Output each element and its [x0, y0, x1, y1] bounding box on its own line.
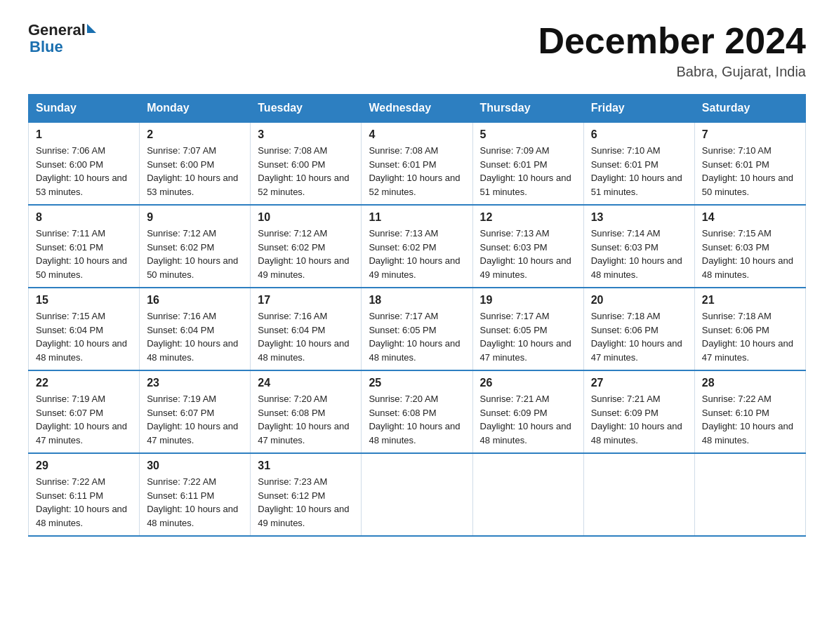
day-info: Sunrise: 7:18 AMSunset: 6:06 PMDaylight:…: [591, 311, 682, 363]
day-number: 18: [369, 294, 465, 307]
day-number: 2: [147, 128, 243, 141]
day-info: Sunrise: 7:07 AMSunset: 6:00 PMDaylight:…: [147, 145, 238, 197]
day-number: 15: [36, 294, 132, 307]
day-number: 25: [369, 377, 465, 389]
day-info: Sunrise: 7:20 AMSunset: 6:08 PMDaylight:…: [369, 394, 460, 445]
day-number: 29: [36, 459, 132, 472]
calendar-cell: [472, 453, 583, 536]
day-info: Sunrise: 7:21 AMSunset: 6:09 PMDaylight:…: [480, 394, 571, 445]
day-number: 23: [147, 377, 243, 389]
day-info: Sunrise: 7:10 AMSunset: 6:01 PMDaylight:…: [591, 145, 682, 197]
calendar-cell: 10Sunrise: 7:12 AMSunset: 6:02 PMDayligh…: [251, 205, 362, 288]
day-number: 16: [147, 294, 243, 307]
calendar-week-row: 22Sunrise: 7:19 AMSunset: 6:07 PMDayligh…: [29, 370, 806, 453]
calendar-cell: 7Sunrise: 7:10 AMSunset: 6:01 PMDaylight…: [694, 122, 805, 205]
calendar-table: SundayMondayTuesdayWednesdayThursdayFrid…: [28, 94, 806, 537]
calendar-cell: 4Sunrise: 7:08 AMSunset: 6:01 PMDaylight…: [362, 122, 472, 205]
col-header-saturday: Saturday: [694, 95, 805, 123]
day-number: 3: [258, 128, 354, 141]
calendar-cell: 5Sunrise: 7:09 AMSunset: 6:01 PMDaylight…: [472, 122, 583, 205]
calendar-cell: 14Sunrise: 7:15 AMSunset: 6:03 PMDayligh…: [694, 205, 805, 288]
day-number: 7: [702, 128, 798, 141]
calendar-cell: 8Sunrise: 7:11 AMSunset: 6:01 PMDaylight…: [29, 205, 140, 288]
day-info: Sunrise: 7:13 AMSunset: 6:02 PMDaylight:…: [369, 228, 460, 280]
day-number: 20: [591, 294, 687, 307]
col-header-monday: Monday: [140, 95, 251, 123]
day-number: 19: [480, 294, 576, 307]
calendar-cell: 17Sunrise: 7:16 AMSunset: 6:04 PMDayligh…: [251, 288, 362, 370]
day-number: 21: [702, 294, 798, 307]
page-header: General Blue December 2024 Babra, Gujara…: [28, 21, 806, 80]
day-number: 4: [369, 128, 465, 141]
calendar-cell: 11Sunrise: 7:13 AMSunset: 6:02 PMDayligh…: [362, 205, 472, 288]
day-info: Sunrise: 7:11 AMSunset: 6:01 PMDaylight:…: [36, 228, 127, 280]
day-number: 10: [258, 211, 354, 224]
logo: General Blue: [28, 21, 96, 56]
calendar-cell: [694, 453, 805, 536]
calendar-cell: 16Sunrise: 7:16 AMSunset: 6:04 PMDayligh…: [140, 288, 251, 370]
calendar-cell: 25Sunrise: 7:20 AMSunset: 6:08 PMDayligh…: [362, 370, 472, 453]
calendar-header-row: SundayMondayTuesdayWednesdayThursdayFrid…: [29, 95, 806, 123]
day-info: Sunrise: 7:08 AMSunset: 6:01 PMDaylight:…: [369, 145, 460, 197]
day-number: 31: [258, 459, 354, 472]
day-info: Sunrise: 7:16 AMSunset: 6:04 PMDaylight:…: [147, 311, 238, 363]
day-info: Sunrise: 7:15 AMSunset: 6:03 PMDaylight:…: [702, 228, 793, 280]
day-number: 22: [36, 377, 132, 389]
calendar-cell: 2Sunrise: 7:07 AMSunset: 6:00 PMDaylight…: [140, 122, 251, 205]
calendar-cell: 22Sunrise: 7:19 AMSunset: 6:07 PMDayligh…: [29, 370, 140, 453]
day-number: 30: [147, 459, 243, 472]
calendar-cell: 15Sunrise: 7:15 AMSunset: 6:04 PMDayligh…: [29, 288, 140, 370]
day-number: 26: [480, 377, 576, 389]
calendar-cell: 9Sunrise: 7:12 AMSunset: 6:02 PMDaylight…: [140, 205, 251, 288]
calendar-cell: 13Sunrise: 7:14 AMSunset: 6:03 PMDayligh…: [583, 205, 694, 288]
col-header-wednesday: Wednesday: [362, 95, 472, 123]
day-info: Sunrise: 7:19 AMSunset: 6:07 PMDaylight:…: [147, 394, 238, 445]
month-title: December 2024: [538, 21, 806, 61]
day-info: Sunrise: 7:15 AMSunset: 6:04 PMDaylight:…: [36, 311, 127, 363]
day-number: 9: [147, 211, 243, 224]
day-info: Sunrise: 7:17 AMSunset: 6:05 PMDaylight:…: [369, 311, 460, 363]
calendar-cell: 20Sunrise: 7:18 AMSunset: 6:06 PMDayligh…: [583, 288, 694, 370]
day-number: 1: [36, 128, 132, 141]
day-info: Sunrise: 7:08 AMSunset: 6:00 PMDaylight:…: [258, 145, 349, 197]
calendar-cell: 21Sunrise: 7:18 AMSunset: 6:06 PMDayligh…: [694, 288, 805, 370]
day-info: Sunrise: 7:13 AMSunset: 6:03 PMDaylight:…: [480, 228, 571, 280]
day-info: Sunrise: 7:14 AMSunset: 6:03 PMDaylight:…: [591, 228, 682, 280]
title-block: December 2024 Babra, Gujarat, India: [538, 21, 806, 80]
day-number: 13: [591, 211, 687, 224]
day-info: Sunrise: 7:16 AMSunset: 6:04 PMDaylight:…: [258, 311, 349, 363]
col-header-friday: Friday: [583, 95, 694, 123]
day-number: 6: [591, 128, 687, 141]
day-info: Sunrise: 7:18 AMSunset: 6:06 PMDaylight:…: [702, 311, 793, 363]
calendar-week-row: 8Sunrise: 7:11 AMSunset: 6:01 PMDaylight…: [29, 205, 806, 288]
day-info: Sunrise: 7:06 AMSunset: 6:00 PMDaylight:…: [36, 145, 127, 197]
calendar-cell: 18Sunrise: 7:17 AMSunset: 6:05 PMDayligh…: [362, 288, 472, 370]
calendar-cell: 6Sunrise: 7:10 AMSunset: 6:01 PMDaylight…: [583, 122, 694, 205]
col-header-tuesday: Tuesday: [251, 95, 362, 123]
calendar-cell: 29Sunrise: 7:22 AMSunset: 6:11 PMDayligh…: [29, 453, 140, 536]
day-info: Sunrise: 7:20 AMSunset: 6:08 PMDaylight:…: [258, 394, 349, 445]
col-header-sunday: Sunday: [29, 95, 140, 123]
calendar-cell: 27Sunrise: 7:21 AMSunset: 6:09 PMDayligh…: [583, 370, 694, 453]
day-info: Sunrise: 7:09 AMSunset: 6:01 PMDaylight:…: [480, 145, 571, 197]
calendar-cell: 3Sunrise: 7:08 AMSunset: 6:00 PMDaylight…: [251, 122, 362, 205]
calendar-cell: 19Sunrise: 7:17 AMSunset: 6:05 PMDayligh…: [472, 288, 583, 370]
day-info: Sunrise: 7:10 AMSunset: 6:01 PMDaylight:…: [702, 145, 793, 197]
day-number: 12: [480, 211, 576, 224]
day-number: 8: [36, 211, 132, 224]
calendar-cell: [583, 453, 694, 536]
calendar-cell: 24Sunrise: 7:20 AMSunset: 6:08 PMDayligh…: [251, 370, 362, 453]
day-info: Sunrise: 7:19 AMSunset: 6:07 PMDaylight:…: [36, 394, 127, 445]
day-info: Sunrise: 7:21 AMSunset: 6:09 PMDaylight:…: [591, 394, 682, 445]
day-info: Sunrise: 7:12 AMSunset: 6:02 PMDaylight:…: [147, 228, 238, 280]
logo-general-text: General: [28, 21, 86, 39]
calendar-cell: [362, 453, 472, 536]
day-number: 11: [369, 211, 465, 224]
calendar-week-row: 29Sunrise: 7:22 AMSunset: 6:11 PMDayligh…: [29, 453, 806, 536]
day-number: 5: [480, 128, 576, 141]
day-info: Sunrise: 7:17 AMSunset: 6:05 PMDaylight:…: [480, 311, 571, 363]
day-info: Sunrise: 7:22 AMSunset: 6:11 PMDaylight:…: [36, 476, 127, 528]
calendar-cell: 26Sunrise: 7:21 AMSunset: 6:09 PMDayligh…: [472, 370, 583, 453]
logo-blue-text: Blue: [29, 38, 63, 56]
calendar-week-row: 1Sunrise: 7:06 AMSunset: 6:00 PMDaylight…: [29, 122, 806, 205]
